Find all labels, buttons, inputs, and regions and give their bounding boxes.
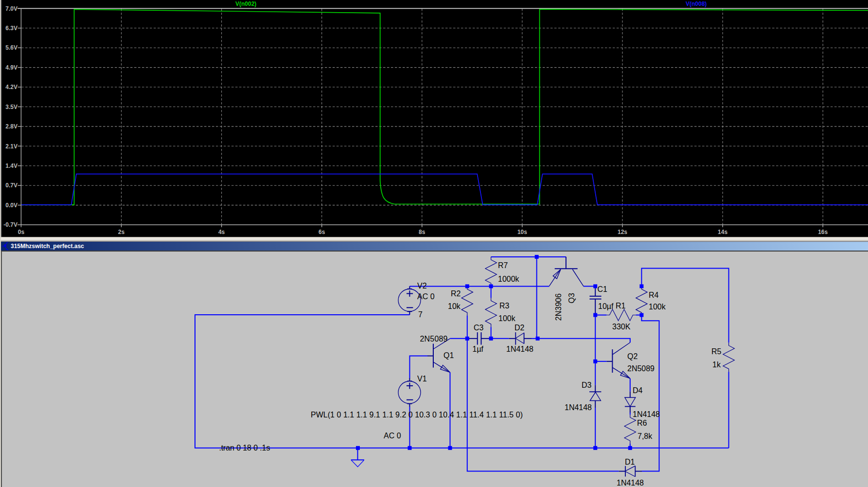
svg-text:1N4148: 1N4148 bbox=[506, 345, 533, 353]
svg-text:1N4148: 1N4148 bbox=[633, 410, 660, 418]
svg-text:PWL(1 0 1.1 1.1 9.1 1.1 9.2 0: PWL(1 0 1.1 1.1 9.1 1.1 9.2 0 10.3 0 10.… bbox=[311, 411, 523, 419]
svg-text:10k: 10k bbox=[448, 302, 461, 310]
svg-text:D1: D1 bbox=[625, 458, 635, 466]
svg-text:1N4148: 1N4148 bbox=[565, 403, 592, 412]
svg-text:D4: D4 bbox=[633, 386, 643, 395]
svg-text:1k: 1k bbox=[712, 361, 721, 369]
svg-text:1000k: 1000k bbox=[498, 275, 520, 283]
svg-text:1N4148: 1N4148 bbox=[617, 479, 644, 487]
svg-text:Q3: Q3 bbox=[567, 293, 576, 303]
svg-text:C1: C1 bbox=[598, 285, 608, 293]
svg-text:R2: R2 bbox=[451, 289, 461, 298]
svg-text:7: 7 bbox=[418, 310, 423, 319]
svg-text:D3: D3 bbox=[582, 381, 592, 389]
svg-text:C3: C3 bbox=[474, 324, 484, 332]
svg-text:Q1: Q1 bbox=[443, 351, 454, 360]
svg-text:2N5089: 2N5089 bbox=[420, 335, 448, 343]
svg-text:7,8k: 7,8k bbox=[638, 432, 653, 440]
svg-text:D2: D2 bbox=[514, 324, 525, 332]
svg-text:1µf: 1µf bbox=[473, 345, 484, 353]
svg-text:100k: 100k bbox=[649, 303, 666, 311]
svg-text:R4: R4 bbox=[649, 291, 659, 299]
svg-text:100k: 100k bbox=[498, 314, 516, 323]
svg-text:R7: R7 bbox=[498, 261, 508, 270]
svg-text:V2: V2 bbox=[417, 282, 427, 290]
svg-text:AC 0: AC 0 bbox=[384, 432, 401, 440]
svg-text:2N5089: 2N5089 bbox=[627, 364, 655, 373]
svg-text:2N3906: 2N3906 bbox=[555, 293, 563, 321]
svg-text:.tran 0 18 0 .1s: .tran 0 18 0 .1s bbox=[219, 444, 270, 452]
svg-text:R5: R5 bbox=[711, 347, 722, 356]
svg-text:AC 0: AC 0 bbox=[417, 292, 435, 301]
svg-text:Q2: Q2 bbox=[627, 352, 638, 361]
svg-text:R1: R1 bbox=[616, 302, 626, 310]
svg-text:330K: 330K bbox=[612, 323, 631, 331]
svg-text:10µf: 10µf bbox=[598, 302, 614, 310]
svg-text:R6: R6 bbox=[637, 419, 647, 427]
svg-text:R3: R3 bbox=[499, 302, 510, 310]
svg-text:V1: V1 bbox=[417, 375, 427, 383]
